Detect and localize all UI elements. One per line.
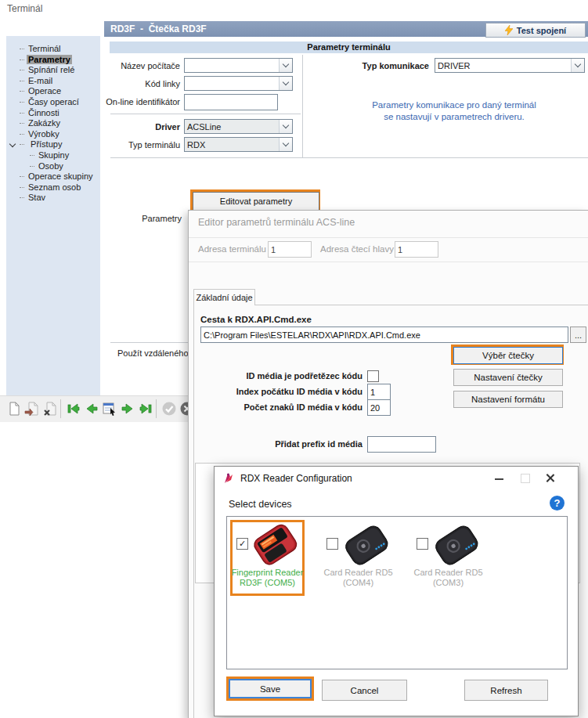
divider bbox=[110, 157, 588, 158]
path-label: Cesta k RDX.API.Cmd.exe bbox=[200, 315, 312, 324]
rdx-dialog-title: RDX Reader Configuration bbox=[240, 473, 352, 484]
reader-settings-button[interactable]: Nastavení čtečky bbox=[453, 369, 563, 386]
toolbar-divider bbox=[60, 399, 61, 418]
driver-combo[interactable]: ACSLine bbox=[184, 119, 293, 134]
divider bbox=[189, 262, 588, 262]
device-list: ✓ Fingerprint ReaderRD3F (COM5) bbox=[226, 516, 568, 669]
first-record-icon[interactable] bbox=[66, 401, 81, 417]
select-devices-label: Select devices bbox=[229, 499, 292, 510]
length-label: Počet znaků ID média v kódu bbox=[220, 402, 363, 412]
computer-name-combo[interactable] bbox=[184, 58, 293, 73]
device-checkbox[interactable]: ✓ bbox=[236, 538, 248, 550]
test-connection-button[interactable]: Test spojení bbox=[485, 23, 586, 38]
online-id-input[interactable] bbox=[184, 94, 278, 110]
terminal-type-combo[interactable]: RDX bbox=[184, 137, 293, 152]
record-list-icon[interactable] bbox=[102, 401, 117, 417]
select-reader-highlight: Výběr čtečky bbox=[451, 345, 564, 365]
prefix-label: Přidat prefix id média bbox=[220, 439, 363, 449]
chevron-down-icon[interactable] bbox=[571, 59, 584, 72]
confirm-icon[interactable] bbox=[161, 401, 177, 417]
lightning-icon bbox=[505, 25, 513, 35]
tree-expand-icon[interactable] bbox=[9, 141, 16, 147]
select-reader-button[interactable]: Výběr čtečky bbox=[453, 347, 563, 364]
device-item-card-rd5-com4[interactable]: Card Reader RD5(COM4) bbox=[320, 522, 396, 598]
head-address-label: Adresa čtecí hlavy bbox=[320, 244, 394, 254]
divider bbox=[302, 55, 303, 157]
prefix-input[interactable] bbox=[367, 436, 436, 453]
device-checkbox[interactable] bbox=[417, 538, 428, 550]
record-title: RD3F - Čtečka RD3F bbox=[110, 23, 207, 34]
delete-record-icon[interactable] bbox=[42, 401, 58, 417]
device-checkbox[interactable] bbox=[326, 538, 338, 550]
head-address-input[interactable] bbox=[395, 241, 438, 258]
chevron-down-icon[interactable] bbox=[279, 77, 292, 90]
window-title: Terminál bbox=[7, 3, 42, 14]
device-item-card-rd5-com3[interactable]: Card Reader RD5(COM3) bbox=[410, 522, 486, 598]
chevron-down-icon[interactable] bbox=[279, 120, 292, 133]
path-input[interactable] bbox=[200, 327, 568, 343]
comm-type-label: Typ komunikace bbox=[319, 61, 429, 70]
edit-params-button[interactable]: Editovat parametry bbox=[193, 192, 319, 211]
previous-record-icon[interactable] bbox=[84, 401, 99, 417]
import-record-icon[interactable] bbox=[24, 401, 40, 417]
rdx-dialog: RDX Reader Configuration Select devices … bbox=[214, 466, 579, 716]
fingerprint-reader-image bbox=[250, 522, 301, 568]
line-code-label: Kód linky bbox=[78, 79, 180, 88]
length-input[interactable] bbox=[367, 399, 391, 416]
divider bbox=[189, 237, 588, 238]
format-settings-button[interactable]: Nastavení formátu bbox=[453, 391, 563, 408]
substring-checkbox[interactable] bbox=[367, 370, 379, 382]
rdx-app-icon bbox=[222, 472, 235, 485]
comm-type-combo[interactable]: DRIVER bbox=[435, 58, 585, 73]
new-record-icon[interactable] bbox=[6, 401, 22, 417]
sidebar-item-skupiny[interactable]: Skupiny bbox=[6, 150, 100, 161]
edit-params-highlight: Editovat parametry bbox=[190, 189, 320, 211]
divider bbox=[110, 342, 188, 343]
chevron-down-icon[interactable] bbox=[279, 59, 292, 72]
toolbar-divider bbox=[156, 399, 157, 418]
index-input[interactable] bbox=[367, 384, 391, 400]
next-record-icon[interactable] bbox=[120, 401, 135, 417]
line-code-combo[interactable] bbox=[184, 76, 293, 91]
sidebar-item-terminal[interactable]: Terminál bbox=[6, 44, 100, 55]
close-icon[interactable] bbox=[544, 472, 556, 484]
browse-button[interactable]: ... bbox=[570, 327, 586, 343]
minimize-icon[interactable] bbox=[495, 478, 503, 480]
card-reader-image bbox=[431, 522, 482, 568]
terminal-address-input[interactable] bbox=[268, 241, 312, 258]
terminal-address-label: Adresa terminálu bbox=[198, 244, 266, 254]
index-label: Index počátku ID média v kódu bbox=[220, 387, 363, 396]
substring-label: ID média je podřetězec kódu bbox=[220, 371, 363, 381]
sidebar-item-operace-skupiny[interactable]: Operace skupiny bbox=[6, 171, 100, 182]
card-reader-image bbox=[341, 522, 392, 568]
device-item-fingerprint-rd3f[interactable]: ✓ Fingerprint ReaderRD3F (COM5) bbox=[230, 520, 305, 596]
maximize-icon bbox=[521, 474, 530, 483]
refresh-button[interactable]: Refresh bbox=[464, 680, 548, 701]
tab-zakladni-udaje[interactable]: Základní údaje bbox=[193, 289, 255, 305]
save-highlight: Save bbox=[226, 677, 314, 701]
online-id-label: On-line identifikátor bbox=[78, 97, 180, 106]
editor-dialog-title: Editor parametrů terminálu ACS-line bbox=[198, 217, 355, 228]
group-title-bar: Parametry terminálu bbox=[110, 41, 588, 53]
parameters-label: Parametry bbox=[103, 214, 182, 223]
driver-label: Driver bbox=[78, 122, 180, 132]
sidebar-item-osoby[interactable]: Osoby bbox=[6, 161, 100, 172]
last-record-icon[interactable] bbox=[138, 401, 153, 417]
chevron-down-icon[interactable] bbox=[279, 138, 292, 151]
save-button[interactable]: Save bbox=[229, 679, 312, 698]
terminal-type-label: Typ terminálu bbox=[78, 140, 180, 150]
sidebar-item-cinnosti[interactable]: Činnosti bbox=[6, 108, 100, 119]
sidebar-item-seznam-osob[interactable]: Seznam osob bbox=[6, 182, 100, 193]
comm-info-text: Parametry komunikace pro daný terminál s… bbox=[337, 99, 572, 123]
computer-name-label: Název počítače bbox=[78, 61, 180, 70]
divider bbox=[110, 114, 301, 114]
help-icon[interactable]: ? bbox=[550, 496, 565, 511]
cancel-button[interactable]: Cancel bbox=[322, 680, 407, 701]
sidebar-item-stav[interactable]: Stav bbox=[6, 193, 100, 204]
sidebar: Terminál Parametry Spínání relé E-mail O… bbox=[6, 36, 100, 395]
